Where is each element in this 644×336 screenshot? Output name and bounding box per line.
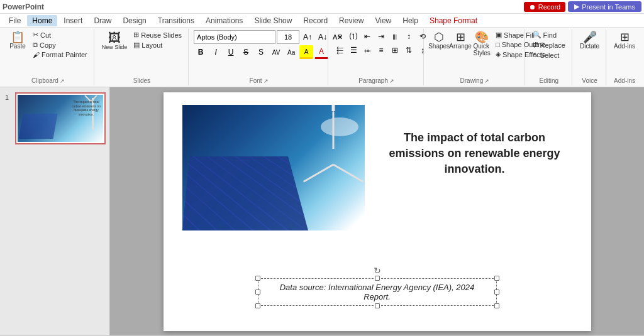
find-icon: 🔍 xyxy=(533,31,541,39)
canvas-area[interactable]: The impact of total carbon emissions on … xyxy=(110,87,644,335)
menu-file[interactable]: File xyxy=(4,15,26,26)
rotate-handle[interactable]: ↻ xyxy=(374,266,381,276)
turbine-blade-1 xyxy=(332,111,334,149)
char-spacing-button[interactable]: AV xyxy=(269,45,283,59)
copy-button[interactable]: ⧉ Copy xyxy=(30,40,90,50)
slides-group: 🖼 New Slide ⊞ Reuse Slides ▤ Layout Slid… xyxy=(96,29,189,85)
bullets-button[interactable]: ≡ xyxy=(333,30,346,43)
arrange-label: Arrange xyxy=(449,43,472,50)
menu-review[interactable]: Review xyxy=(334,15,369,26)
layout-label: Layout xyxy=(142,41,162,49)
text-highlight-button[interactable]: A xyxy=(299,45,313,59)
format-painter-button[interactable]: 🖌 Format Painter xyxy=(30,50,90,59)
font-color-button[interactable]: A xyxy=(314,45,328,59)
handle-bot-right[interactable] xyxy=(494,303,499,308)
replace-button[interactable]: ⇄ Replace xyxy=(530,40,568,50)
handle-top-right[interactable] xyxy=(494,276,499,281)
find-button[interactable]: 🔍 Find xyxy=(530,30,568,40)
menu-animations[interactable]: Animations xyxy=(201,15,248,26)
font-row-2: B I U S S AV Aa A A xyxy=(194,45,345,59)
menu-home[interactable]: Home xyxy=(27,15,57,26)
menu-help[interactable]: Help xyxy=(397,15,423,26)
slide-image xyxy=(182,105,365,230)
slide-panel: 1 The impact of total carbon emissions o… xyxy=(0,87,110,335)
text-direction-button[interactable]: ⇅ xyxy=(402,44,415,57)
text-case-button[interactable]: Aa xyxy=(284,45,298,59)
slides-label: Slides xyxy=(99,76,184,84)
handle-top-mid[interactable] xyxy=(375,276,380,281)
quick-styles-icon: 🎨 xyxy=(475,31,489,43)
font-section: A↑ A↓ A✕ B I U S S AV Aa A A xyxy=(194,30,345,59)
numbering-button[interactable]: ⑴ xyxy=(347,30,360,43)
menu-record[interactable]: Record xyxy=(298,15,333,26)
clipboard-label-text: Clipboard xyxy=(31,77,58,84)
quick-styles-button[interactable]: 🎨 Quick Styles xyxy=(472,30,492,58)
columns-button[interactable]: ⫼ xyxy=(389,30,401,43)
menu-draw[interactable]: Draw xyxy=(89,15,116,26)
select-button[interactable]: ↖ Select xyxy=(530,50,568,60)
decrease-indent-button[interactable]: ⇤ xyxy=(361,30,374,43)
shapes-button[interactable]: ⬡ Shapes xyxy=(429,30,449,51)
text-box-container[interactable]: ↻ Data source: International Energy Agen… xyxy=(258,278,497,306)
bold-button[interactable]: B xyxy=(194,45,208,59)
menu-shapeformat[interactable]: Shape Format xyxy=(425,15,482,26)
present-label: Present in Teams xyxy=(582,3,635,11)
menu-insert[interactable]: Insert xyxy=(58,15,87,26)
font-dialog-icon[interactable]: ↗ xyxy=(264,78,269,84)
font-name-input[interactable] xyxy=(194,30,275,44)
copy-label: Copy xyxy=(40,41,56,49)
align-left-button[interactable]: ⬱ xyxy=(333,44,346,57)
addins-button[interactable]: ⊞ Add-ins xyxy=(611,30,638,51)
cut-button[interactable]: ✂ Cut xyxy=(30,30,90,40)
handle-bot-left[interactable] xyxy=(255,303,260,308)
font-size-decrease-button[interactable]: A↓ xyxy=(316,30,330,44)
paragraph-content: ≡ ⑴ ⇤ ⇥ ⫼ ↕ ⟲ ⬱ ☰ ⬰ ≡ ⊞ ⇅ ↨ xyxy=(333,30,419,76)
record-button[interactable]: ⏺ Record xyxy=(524,2,565,12)
line-spacing-button[interactable]: ↕ xyxy=(402,30,415,43)
handle-top-left[interactable] xyxy=(255,276,260,281)
menu-view[interactable]: View xyxy=(370,15,396,26)
font-size-increase-button[interactable]: A↑ xyxy=(301,30,314,44)
find-label: Find xyxy=(543,31,557,39)
editing-content: 🔍 Find ⇄ Replace ↖ Select xyxy=(530,30,568,76)
menu-slideshow[interactable]: Slide Show xyxy=(249,15,297,26)
turbine-blade-3 xyxy=(303,163,333,182)
increase-indent-button[interactable]: ⇥ xyxy=(375,30,387,43)
layout-button[interactable]: ▤ Layout xyxy=(131,40,184,50)
font-size-input[interactable] xyxy=(277,30,299,44)
handle-mid-left[interactable] xyxy=(255,290,260,295)
caption-text-box[interactable]: Data source: International Energy Agency… xyxy=(258,278,497,306)
thumb-image: The impact of total carbon emissions on … xyxy=(18,95,103,142)
dictate-icon: 🎤 xyxy=(583,31,597,43)
italic-button[interactable]: I xyxy=(209,45,223,59)
present-teams-button[interactable]: ▶ Present in Teams xyxy=(568,1,641,12)
titlebar-left: PowerPoint xyxy=(3,3,44,11)
replace-label: Replace xyxy=(540,41,565,49)
underline-button[interactable]: U xyxy=(224,45,238,59)
menu-design[interactable]: Design xyxy=(118,15,151,26)
smart-art-button[interactable]: ⊞ xyxy=(389,44,401,57)
drawing-group: ⬡ Shapes ⊞ Arrange 🎨 Quick Styles ▣ Shap… xyxy=(425,29,525,85)
replace-icon: ⇄ xyxy=(533,41,538,49)
drawing-dialog-icon[interactable]: ↗ xyxy=(484,78,489,84)
new-slide-button[interactable]: 🖼 New Slide xyxy=(99,30,130,51)
select-icon: ↖ xyxy=(533,51,538,59)
reuse-slides-button[interactable]: ⊞ Reuse Slides xyxy=(131,30,184,40)
arrange-button[interactable]: ⊞ Arrange xyxy=(450,30,470,51)
justify-button[interactable]: ≡ xyxy=(375,44,387,57)
paragraph-dialog-icon[interactable]: ↗ xyxy=(389,78,394,84)
menu-transitions[interactable]: Transitions xyxy=(153,15,199,26)
dictate-button[interactable]: 🎤 Dictate xyxy=(577,30,602,51)
app-name: PowerPoint xyxy=(3,3,44,11)
slide-thumbnail[interactable]: The impact of total carbon emissions on … xyxy=(15,92,106,144)
handle-mid-right[interactable] xyxy=(494,290,499,295)
align-right-button[interactable]: ⬰ xyxy=(361,44,374,57)
addins-label: Add-ins xyxy=(611,76,638,84)
paste-button[interactable]: 📋 Paste xyxy=(6,30,29,51)
clipboard-dialog-icon[interactable]: ↗ xyxy=(60,78,65,84)
handle-bot-mid[interactable] xyxy=(375,303,380,308)
slides-small-btns: ⊞ Reuse Slides ▤ Layout xyxy=(131,30,184,50)
strikethrough-button[interactable]: S xyxy=(239,45,253,59)
text-shadow-button[interactable]: S xyxy=(254,45,268,59)
align-center-button[interactable]: ☰ xyxy=(347,44,360,57)
